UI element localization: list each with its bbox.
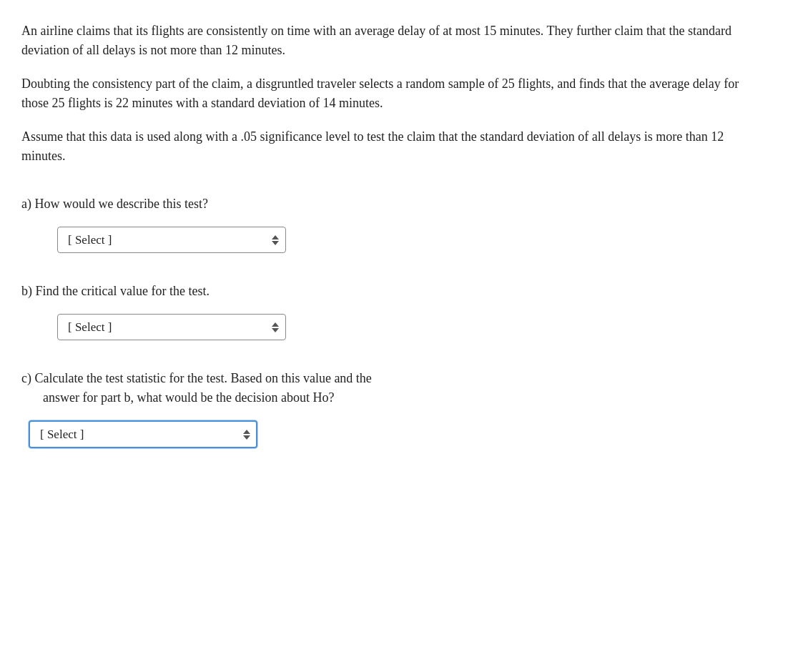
paragraph-1: An airline claims that its flights are c… (21, 21, 767, 60)
question-a-select[interactable]: [ Select ] (57, 227, 286, 253)
question-c-label: c) Calculate the test statistic for the … (21, 369, 767, 407)
question-b-select[interactable]: [ Select ] (57, 314, 286, 340)
paragraph-2: Doubting the consistency part of the cla… (21, 74, 767, 113)
paragraph-3: Assume that this data is used along with… (21, 127, 767, 166)
question-a-section: a) How would we describe this test? [ Se… (21, 194, 767, 260)
question-a-label: a) How would we describe this test? (21, 194, 767, 214)
question-b-label: b) Find the critical value for the test. (21, 282, 767, 301)
question-b-section: b) Find the critical value for the test.… (21, 282, 767, 347)
question-c-section: c) Calculate the test statistic for the … (21, 369, 767, 455)
question-a-select-wrapper: [ Select ] (57, 227, 286, 253)
question-b-select-wrapper: [ Select ] (57, 314, 286, 340)
question-c-select[interactable]: [ Select ] (29, 420, 257, 448)
question-c-select-wrapper: [ Select ] (29, 420, 257, 448)
